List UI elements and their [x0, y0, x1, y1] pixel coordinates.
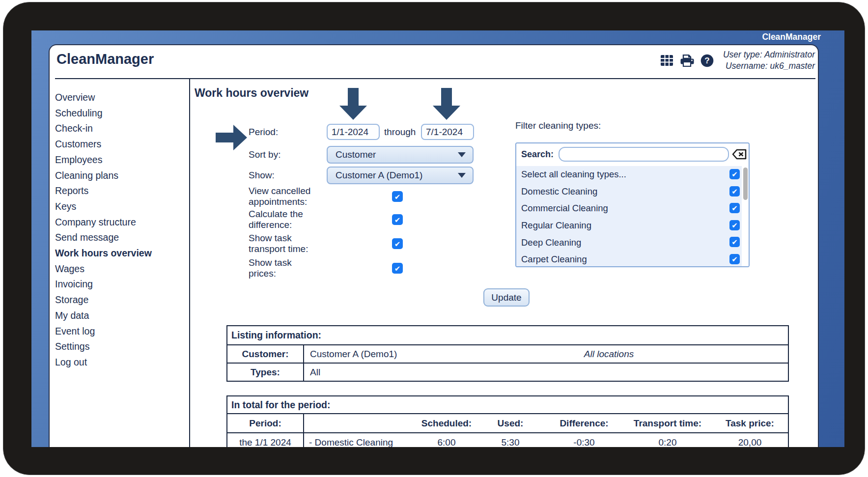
header-toolbar: ? User type: Administrator Username: uk6…: [660, 49, 815, 72]
calculate-difference-label: Calculate thedifference:: [249, 209, 303, 230]
period-to-input[interactable]: [421, 124, 474, 140]
list-item-carpet-cleaning[interactable]: Carpet Cleaning: [516, 251, 749, 267]
totals-scheduled-cell: 6:00: [417, 433, 476, 447]
table-icon[interactable]: [660, 54, 674, 67]
sidebar-item-storage[interactable]: Storage: [50, 292, 189, 308]
table-row: Types: All: [227, 364, 788, 381]
sidebar-item-reports[interactable]: Reports: [50, 183, 189, 199]
username-label: Username: uk6_master: [723, 60, 815, 72]
sidebar-item-log-out[interactable]: Log out: [50, 355, 189, 370]
svg-text:?: ?: [705, 56, 710, 65]
deep-cleaning-checkbox[interactable]: [729, 237, 740, 247]
col-header-period: Period:: [227, 414, 304, 432]
sort-by-value: Customer: [336, 149, 376, 160]
annotation-arrow-down-left-icon: [339, 88, 367, 120]
col-header-task-price: Task price:: [712, 414, 788, 432]
filter-title: Filter cleaning types:: [515, 120, 601, 131]
sidebar-item-keys[interactable]: Keys: [50, 199, 189, 215]
sidebar-item-customers[interactable]: Customers: [50, 137, 189, 152]
totals-price-cell: 20,00: [712, 433, 788, 447]
annotation-arrow-right-icon: [216, 125, 247, 150]
view-cancelled-label: View cancelledappointments:: [249, 186, 310, 207]
search-label: Search:: [521, 143, 554, 165]
filter-search-row: Search:: [516, 143, 749, 167]
listing-customer-value: Customer A (Demo1) All locations: [304, 345, 788, 363]
totals-table: In total for the period: Period: Schedul…: [226, 395, 789, 447]
show-select[interactable]: Customer A (Demo1): [327, 167, 474, 184]
update-button[interactable]: Update: [483, 288, 530, 307]
totals-period-cell: the 1/1 2024: [227, 433, 304, 447]
totals-transport-cell: 0:20: [623, 433, 712, 447]
list-item-commercial-cleaning[interactable]: Commercial Cleaning: [516, 200, 749, 217]
scrollbar-thumb[interactable]: [743, 168, 748, 200]
listing-information-table: Listing information: Customer: Customer …: [226, 325, 789, 382]
list-item-domestic-cleaning[interactable]: Domestic Cleaning: [516, 183, 749, 200]
show-transport-time-label: Show tasktransport time:: [249, 233, 308, 254]
show-value: Customer A (Demo1): [336, 170, 422, 181]
browser-chrome-panel: CleanManager CleanManager ? User: [31, 30, 844, 447]
sidebar-item-settings[interactable]: Settings: [50, 339, 189, 355]
sidebar-item-wages[interactable]: Wages: [50, 261, 189, 277]
totals-used-cell: 5:30: [476, 433, 545, 447]
user-info: User type: Administrator Username: uk6_m…: [723, 49, 815, 72]
sidebar-item-my-data[interactable]: My data: [50, 308, 189, 324]
sort-by-select[interactable]: Customer: [327, 146, 474, 164]
col-header-scheduled: Scheduled:: [417, 414, 476, 432]
list-item-regular-cleaning[interactable]: Regular Cleaning: [516, 217, 749, 234]
device-frame: CleanManager CleanManager ? User: [3, 2, 865, 475]
totals-table-title: In total for the period:: [227, 396, 788, 414]
sidebar-item-check-in[interactable]: Check-in: [50, 121, 189, 137]
help-icon[interactable]: ?: [700, 54, 715, 67]
chevron-down-icon: [458, 152, 466, 157]
col-header-transport-time: Transport time:: [623, 414, 712, 432]
window-brand-label: CleanManager: [762, 32, 821, 42]
col-header-difference: Difference:: [545, 414, 623, 432]
app-title: CleanManager: [56, 51, 154, 67]
view-cancelled-checkbox[interactable]: [392, 191, 403, 202]
app-window: CleanManager ? User type: Administrator …: [49, 44, 819, 447]
page-title: Work hours overview: [195, 86, 308, 100]
sidebar-item-invoicing[interactable]: Invoicing: [50, 277, 189, 292]
list-item-deep-cleaning[interactable]: Deep Cleaning: [516, 234, 749, 251]
user-type-label: User type: Administrator: [723, 49, 815, 60]
show-transport-time-checkbox[interactable]: [392, 238, 403, 249]
cleaning-type-list: Select all cleaning types... Domestic Cl…: [516, 166, 749, 266]
filter-panel: Search: Select all cleaning types... Dom…: [515, 142, 750, 267]
sidebar-item-event-log[interactable]: Event log: [50, 324, 189, 339]
show-task-prices-label: Show taskprices:: [249, 257, 292, 279]
print-icon[interactable]: [680, 54, 695, 67]
show-task-prices-checkbox[interactable]: [392, 263, 403, 274]
sidebar-item-send-message[interactable]: Send message: [50, 230, 189, 246]
sidebar-item-employees[interactable]: Employees: [50, 152, 189, 168]
clear-search-icon[interactable]: [731, 148, 747, 161]
domestic-cleaning-checkbox[interactable]: [729, 186, 740, 196]
sidebar-item-work-hours-overview[interactable]: Work hours overview: [50, 246, 189, 261]
col-header-description: [304, 414, 417, 432]
list-item-select-all[interactable]: Select all cleaning types...: [516, 166, 749, 183]
period-from-input[interactable]: [327, 124, 380, 140]
chevron-down-icon: [458, 173, 466, 178]
sidebar-item-cleaning-plans[interactable]: Cleaning plans: [50, 168, 189, 184]
carpet-cleaning-checkbox[interactable]: [729, 254, 740, 264]
regular-cleaning-checkbox[interactable]: [729, 220, 740, 230]
sort-by-label: Sort by:: [249, 149, 280, 160]
sidebar-item-company-structure[interactable]: Company structure: [50, 215, 189, 230]
totals-header-row: Period: Scheduled: Used: Difference: Tra…: [227, 414, 788, 433]
through-label: through: [384, 127, 416, 138]
sidebar-item-scheduling[interactable]: Scheduling: [50, 106, 189, 121]
table-row: Customer: Customer A (Demo1) All locatio…: [227, 345, 788, 364]
period-label: Period:: [249, 127, 278, 138]
scrollbar-track[interactable]: [742, 166, 749, 266]
commercial-cleaning-checkbox[interactable]: [729, 203, 740, 213]
search-input[interactable]: [559, 147, 729, 162]
calculate-difference-checkbox[interactable]: [392, 214, 403, 225]
sidebar-divider: [189, 79, 190, 447]
select-all-checkbox[interactable]: [729, 169, 740, 179]
listing-table-title: Listing information:: [227, 326, 788, 345]
totals-description-cell: - Domestic Cleaning: [304, 433, 417, 447]
col-header-used: Used:: [476, 414, 545, 432]
listing-customer-note: All locations: [556, 349, 662, 360]
listing-customer-label: Customer:: [227, 345, 304, 363]
listing-types-label: Types:: [227, 364, 304, 381]
sidebar-item-overview[interactable]: Overview: [50, 90, 189, 106]
